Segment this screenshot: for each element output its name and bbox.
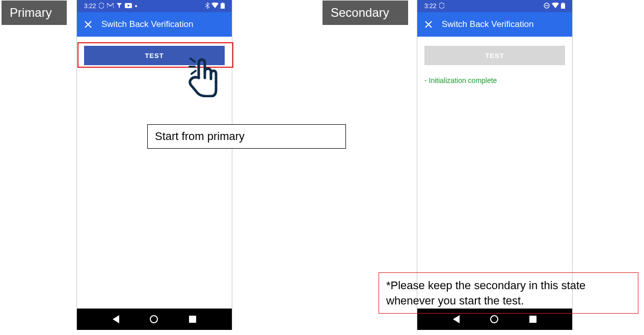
- status-left-secondary: 3:22: [424, 3, 444, 10]
- nav-home-icon[interactable]: [150, 315, 158, 323]
- content-primary: TEST: [77, 37, 232, 65]
- nav-home-icon-secondary[interactable]: [490, 315, 498, 323]
- battery-icon-secondary: [561, 3, 565, 10]
- status-icon-youtube: [125, 3, 132, 10]
- label-primary: Primary: [2, 1, 67, 25]
- close-icon-secondary[interactable]: [424, 20, 433, 29]
- nav-back-icon-secondary[interactable]: [453, 315, 460, 323]
- annotation-start: Start from primary: [147, 124, 346, 149]
- test-button-secondary: TEST: [424, 46, 565, 65]
- status-time-secondary: 3:22: [424, 3, 436, 10]
- wifi-icon: [211, 3, 219, 10]
- test-button-primary[interactable]: TEST: [84, 46, 225, 65]
- dnd-icon: [544, 3, 550, 10]
- wifi-icon-secondary: [552, 3, 559, 10]
- status-time-primary: 3:22: [84, 3, 96, 10]
- content-secondary: TEST - Initialization complete: [417, 37, 572, 85]
- title-bar-primary: Switch Back Verification: [77, 12, 232, 37]
- nav-recent-icon[interactable]: [189, 316, 196, 323]
- status-bar-secondary: 3:22: [417, 0, 572, 12]
- annotation-keep: *Please keep the secondary in this state…: [379, 272, 638, 314]
- status-bar-primary: 3:22: [77, 0, 232, 12]
- label-secondary-text: Secondary: [331, 6, 389, 19]
- status-message-text: - Initialization complete: [424, 76, 497, 85]
- label-secondary: Secondary: [323, 1, 408, 25]
- test-button-label-primary: TEST: [145, 52, 164, 60]
- phone-primary: 3:22: [76, 0, 232, 330]
- annotation-start-text: Start from primary: [155, 130, 245, 143]
- nav-bar-primary: [77, 309, 232, 330]
- bluetooth-icon: [205, 3, 209, 10]
- title-text-primary: Switch Back Verification: [101, 19, 193, 30]
- svg-rect-6: [562, 3, 564, 4]
- nav-back-icon[interactable]: [113, 315, 119, 323]
- label-primary-text: Primary: [10, 6, 52, 19]
- svg-rect-2: [222, 3, 224, 4]
- title-bar-secondary: Switch Back Verification: [417, 12, 572, 37]
- status-right-secondary: [544, 3, 565, 10]
- svg-rect-1: [221, 3, 225, 9]
- title-text-secondary: Switch Back Verification: [442, 19, 533, 30]
- status-icon-filter: [117, 3, 122, 10]
- status-right-primary: [205, 3, 225, 10]
- svg-rect-5: [561, 3, 565, 9]
- status-message: - Initialization complete: [424, 76, 565, 85]
- status-icon-gmail: [107, 3, 114, 10]
- status-icon-hex-secondary: [439, 3, 444, 10]
- status-left-primary: 3:22: [84, 3, 137, 10]
- close-icon[interactable]: [84, 20, 92, 29]
- annotation-keep-text: *Please keep the secondary in this state…: [386, 279, 585, 307]
- battery-icon: [221, 3, 225, 10]
- nav-recent-icon-secondary[interactable]: [529, 316, 536, 323]
- test-button-label-secondary: TEST: [485, 52, 504, 60]
- status-icon-dot: [135, 5, 137, 7]
- status-icon-hex: [99, 3, 104, 10]
